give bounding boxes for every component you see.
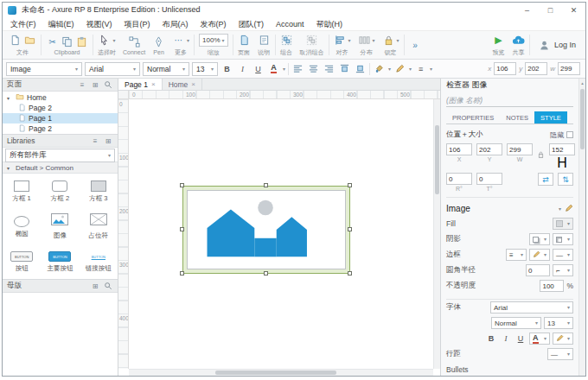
tab-close-icon[interactable]: × bbox=[191, 80, 195, 88]
libraries-grid-icon[interactable]: ⊞ bbox=[103, 136, 113, 146]
resize-handle-s[interactable] bbox=[264, 271, 268, 276]
menu-publish[interactable]: 发布(P) bbox=[195, 17, 233, 31]
y-input[interactable] bbox=[476, 143, 502, 155]
fill-color-icon[interactable] bbox=[373, 62, 386, 75]
tree-item-page2a[interactable]: Page 2 bbox=[3, 103, 118, 113]
border-color-icon[interactable] bbox=[393, 62, 406, 75]
text-rotation-input[interactable] bbox=[476, 173, 502, 185]
overflow-chevrons-icon[interactable]: » bbox=[409, 39, 422, 52]
widget-button[interactable]: BUTTON按钮 bbox=[3, 244, 41, 280]
widget-box2[interactable]: 方框 2 bbox=[41, 174, 79, 209]
chevron-down-icon[interactable]: ▾ bbox=[112, 38, 115, 43]
ungroup-icon[interactable] bbox=[305, 34, 318, 47]
tab-style[interactable]: STYLE bbox=[534, 111, 567, 124]
tab-properties[interactable]: PROPERTIES bbox=[446, 111, 500, 124]
connect-icon[interactable] bbox=[128, 35, 141, 48]
aspect-lock-icon[interactable] bbox=[537, 147, 545, 162]
opacity-input[interactable] bbox=[540, 280, 564, 292]
open-file-icon[interactable] bbox=[23, 34, 36, 47]
underline-button[interactable]: U bbox=[252, 62, 265, 75]
more-icon[interactable]: ⋯ bbox=[172, 34, 185, 47]
scrollbar-thumb[interactable] bbox=[215, 370, 336, 375]
masters-list[interactable] bbox=[3, 293, 118, 376]
italic-button[interactable]: I bbox=[236, 62, 249, 75]
canvas-horizontal-scrollbar[interactable] bbox=[129, 369, 433, 376]
inspector-italic-button[interactable]: I bbox=[500, 332, 512, 345]
chevron-down-icon[interactable]: ▾ bbox=[388, 66, 391, 72]
font-weight-select[interactable]: Normal▾ bbox=[143, 62, 189, 76]
inspector-font-family-select[interactable]: Arial▾ bbox=[490, 301, 573, 314]
align-left-icon[interactable] bbox=[291, 62, 304, 75]
chevron-down-icon[interactable]: ▾ bbox=[559, 206, 561, 212]
inspector-text-highlight-dropdown[interactable]: ▾ bbox=[553, 332, 573, 345]
cursor-icon[interactable] bbox=[98, 34, 111, 47]
chevron-down-icon[interactable]: ▾ bbox=[373, 38, 375, 43]
share-cloud-icon[interactable] bbox=[512, 34, 525, 47]
tree-item-page1-selected[interactable]: Page 1 bbox=[3, 113, 118, 124]
font-family-select[interactable]: Arial▾ bbox=[85, 62, 140, 76]
pages-menu-icon[interactable]: ≡ bbox=[77, 79, 87, 90]
corner-radius-input[interactable] bbox=[526, 264, 550, 276]
paste-icon[interactable] bbox=[75, 35, 88, 48]
resize-handle-w[interactable] bbox=[180, 227, 184, 231]
flip-horizontal-button[interactable]: ⇄ bbox=[538, 173, 553, 186]
inspector-scrollbar[interactable]: ▴ bbox=[578, 79, 585, 376]
resize-handle-se[interactable] bbox=[348, 271, 352, 276]
chevron-down-icon[interactable]: ▾ bbox=[397, 38, 399, 43]
border-color-dropdown[interactable]: ▾ bbox=[529, 249, 550, 261]
inspector-font-color-dropdown[interactable]: A▾ bbox=[529, 332, 550, 345]
resize-handle-sw[interactable] bbox=[180, 271, 184, 276]
inspector-font-size-select[interactable]: 13▾ bbox=[544, 317, 573, 329]
tab-page1[interactable]: Page 1 × bbox=[118, 79, 163, 90]
align-icon[interactable] bbox=[334, 34, 347, 47]
login-button[interactable]: Log In bbox=[531, 31, 583, 59]
tab-notes[interactable]: NOTES bbox=[500, 111, 534, 124]
menu-team[interactable]: 团队(T) bbox=[233, 17, 271, 31]
widget-style-select[interactable]: Image▾ bbox=[6, 62, 82, 76]
masters-search-icon[interactable] bbox=[103, 281, 113, 291]
chevron-down-icon[interactable]: ▾ bbox=[430, 66, 432, 72]
x-coord-input[interactable] bbox=[494, 62, 516, 75]
width-input[interactable] bbox=[507, 143, 533, 155]
border-style-dropdown[interactable]: —▾ bbox=[553, 249, 573, 261]
libraries-menu-icon[interactable]: ≡ bbox=[90, 136, 100, 146]
inner-shadow-dropdown[interactable]: ▾ bbox=[553, 233, 573, 245]
tree-item-page2b[interactable]: Page 2 bbox=[3, 124, 118, 134]
chevron-down-icon[interactable]: ▾ bbox=[187, 38, 189, 43]
resize-handle-ne[interactable] bbox=[348, 183, 352, 187]
page-icon[interactable] bbox=[238, 34, 251, 47]
menu-help[interactable]: 帮助(H) bbox=[310, 17, 349, 31]
tree-expand-icon[interactable]: ▾ bbox=[7, 95, 13, 101]
corner-visibility-dropdown[interactable]: ⌐▾ bbox=[553, 264, 573, 276]
inspector-font-weight-select[interactable]: Normal▾ bbox=[491, 317, 541, 329]
menu-view[interactable]: 视图(V) bbox=[80, 17, 118, 31]
widget-image[interactable]: 图像 bbox=[41, 209, 79, 244]
menu-edit[interactable]: 编辑(E) bbox=[42, 17, 80, 31]
w-coord-input[interactable] bbox=[558, 62, 580, 75]
image-widget[interactable] bbox=[187, 190, 346, 269]
bold-button[interactable]: B bbox=[220, 62, 233, 75]
align-top-icon[interactable] bbox=[338, 62, 351, 75]
maximize-button[interactable]: □ bbox=[539, 3, 562, 17]
zoom-select[interactable]: 100%▾ bbox=[199, 34, 227, 47]
align-bottom-icon[interactable] bbox=[354, 62, 367, 75]
tab-close-icon[interactable]: × bbox=[151, 80, 156, 88]
masters-add-icon[interactable]: ⊞ bbox=[90, 281, 100, 291]
library-select[interactable]: 所有部件库 ▾ bbox=[5, 149, 115, 162]
height-input[interactable] bbox=[549, 143, 575, 155]
rotation-input[interactable] bbox=[446, 173, 472, 185]
new-file-icon[interactable] bbox=[9, 34, 22, 47]
x-input[interactable] bbox=[446, 143, 472, 155]
scroll-up-icon[interactable]: ▴ bbox=[579, 79, 585, 86]
close-button[interactable]: ✕ bbox=[562, 3, 585, 17]
border-width-dropdown[interactable]: ≡▾ bbox=[506, 249, 527, 261]
pen-icon[interactable] bbox=[152, 35, 165, 48]
canvas-vertical-scrollbar[interactable] bbox=[433, 99, 440, 369]
tab-home[interactable]: Home × bbox=[163, 79, 202, 90]
font-color-button[interactable]: A bbox=[267, 62, 280, 75]
menu-project[interactable]: 项目(P) bbox=[118, 17, 157, 31]
cut-icon[interactable]: ✂ bbox=[46, 35, 59, 48]
library-section-header[interactable]: ▾ Default > Common bbox=[3, 162, 118, 174]
resize-handle-n[interactable] bbox=[264, 183, 268, 187]
resize-handle-e[interactable] bbox=[348, 227, 352, 231]
